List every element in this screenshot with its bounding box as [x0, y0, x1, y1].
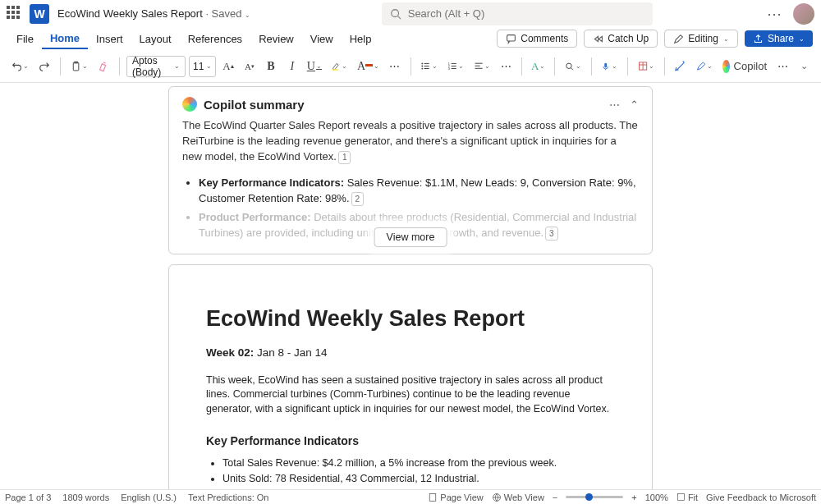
svg-rect-9: [424, 63, 429, 64]
dictate-button[interactable]: ⌄: [598, 55, 620, 78]
svg-rect-27: [430, 493, 437, 501]
styles-button[interactable]: A⌄: [529, 55, 548, 78]
font-color-button[interactable]: A⌄: [354, 55, 383, 78]
find-button[interactable]: ⌄: [562, 55, 584, 78]
search-icon: [390, 8, 401, 20]
numbering-button[interactable]: 123⌄: [444, 55, 467, 78]
kpi-list: Total Sales Revenue: $4.2 million, a 5% …: [222, 456, 615, 489]
bullets-icon: [420, 60, 430, 72]
tab-insert[interactable]: Insert: [88, 30, 131, 48]
svg-rect-29: [677, 493, 684, 500]
status-words[interactable]: 1809 words: [62, 493, 109, 502]
align-icon: [474, 60, 484, 72]
document-title[interactable]: EcoWind Weekly Sales Report · Saved ⌄: [57, 7, 250, 20]
svg-rect-16: [451, 66, 456, 66]
copilot-button[interactable]: Copilot: [719, 55, 770, 78]
share-button[interactable]: Share⌄: [745, 30, 813, 47]
zoom-in-button[interactable]: +: [631, 493, 636, 502]
doc-intro: This week, EcoWind has seen a sustained …: [206, 373, 615, 417]
search-box[interactable]: [382, 2, 653, 25]
svg-rect-19: [475, 66, 479, 66]
more-font-button[interactable]: ⋯: [386, 55, 404, 78]
svg-point-8: [422, 68, 424, 70]
fit-icon: [677, 493, 686, 502]
view-more-button[interactable]: View more: [374, 227, 447, 247]
svg-point-0: [391, 9, 398, 16]
zoom-slider[interactable]: [566, 496, 623, 498]
svg-rect-10: [424, 66, 429, 66]
search-input[interactable]: [408, 7, 644, 20]
copilot-more-button[interactable]: ⋯: [609, 99, 620, 111]
user-avatar[interactable]: [793, 3, 814, 25]
tab-view[interactable]: View: [302, 30, 342, 48]
feedback-link[interactable]: Give Feedback to Microsoft: [706, 493, 816, 502]
undo-button[interactable]: ⌄: [8, 55, 32, 78]
clipboard-icon: [71, 60, 81, 73]
doc-heading: EcoWind Weekly Sales Report: [206, 306, 615, 332]
brush-icon: [98, 60, 109, 72]
paste-button[interactable]: ⌄: [67, 55, 91, 78]
copilot-summary-text: The EcoWind Quarter Sales Report reveals…: [182, 118, 639, 165]
italic-button[interactable]: I: [283, 55, 301, 78]
fit-button[interactable]: Fit: [677, 493, 698, 502]
zoom-level[interactable]: 100%: [645, 493, 668, 502]
bullets-button[interactable]: ⌄: [417, 55, 440, 78]
citation-1[interactable]: 1: [338, 151, 351, 165]
citation-2[interactable]: 2: [351, 192, 365, 206]
redo-button[interactable]: [35, 55, 53, 78]
font-select[interactable]: Aptos (Body)⌄: [126, 56, 186, 77]
tab-references[interactable]: References: [180, 30, 250, 48]
copilot-logo-icon: [182, 97, 197, 112]
table-button[interactable]: ⌄: [635, 55, 658, 78]
comments-button[interactable]: Comments: [497, 30, 577, 48]
zoom-out-button[interactable]: −: [553, 493, 557, 502]
tab-home[interactable]: Home: [42, 29, 88, 49]
collapse-ribbon-button[interactable]: ⌄: [795, 55, 813, 78]
web-view-button[interactable]: Web View: [492, 493, 544, 502]
copilot-summary-panel: Copilot summary ⋯ ⌃ The EcoWind Quarter …: [168, 86, 653, 254]
comment-icon: [506, 34, 516, 44]
more-menu-icon[interactable]: ⋯: [767, 5, 782, 23]
svg-point-21: [566, 63, 571, 68]
kpi-heading: Key Performance Indicators: [206, 434, 615, 447]
svg-rect-2: [507, 34, 516, 40]
document-page[interactable]: EcoWind Weekly Sales Report Week 02: Jan…: [168, 264, 653, 489]
kpi-item: Units Sold: 78 Residential, 43 Commercia…: [222, 471, 615, 487]
bold-button[interactable]: B: [262, 55, 280, 78]
page-view-button[interactable]: Page View: [428, 493, 483, 502]
format-painter-button[interactable]: [94, 55, 112, 78]
svg-rect-20: [475, 68, 482, 69]
editor-button[interactable]: ⌄: [693, 55, 716, 78]
copilot-collapse-button[interactable]: ⌃: [630, 99, 639, 111]
redo-icon: [39, 61, 50, 72]
editing-button[interactable]: Editing⌄: [664, 30, 738, 48]
font-size-select[interactable]: 11⌄: [189, 56, 216, 77]
tab-review[interactable]: Review: [250, 30, 302, 48]
more-para-button[interactable]: ⋯: [497, 55, 515, 78]
highlight-button[interactable]: ⌄: [328, 55, 351, 78]
undo-icon: [11, 60, 22, 73]
mic-icon: [601, 61, 610, 72]
tab-file[interactable]: File: [8, 30, 42, 48]
svg-rect-15: [451, 63, 456, 64]
app-launcher-icon[interactable]: [7, 6, 23, 22]
shrink-font-button[interactable]: A▾: [241, 55, 259, 78]
status-page[interactable]: Page 1 of 3: [5, 493, 51, 502]
status-predictions[interactable]: Text Predictions: On: [188, 493, 268, 502]
align-button[interactable]: ⌄: [470, 55, 493, 78]
svg-rect-11: [424, 68, 429, 69]
tab-help[interactable]: Help: [342, 30, 380, 48]
svg-line-1: [397, 16, 401, 19]
tab-layout[interactable]: Layout: [131, 30, 180, 48]
status-lang[interactable]: English (U.S.): [121, 493, 177, 502]
grow-font-button[interactable]: A▴: [219, 55, 237, 78]
more-commands-button[interactable]: ⋯: [773, 55, 791, 78]
catchup-button[interactable]: Catch Up: [584, 30, 658, 48]
designer-button[interactable]: [672, 55, 690, 78]
page-view-icon: [428, 493, 438, 502]
wand-icon: [675, 60, 686, 72]
share-icon: [753, 34, 764, 44]
table-icon: [638, 60, 648, 72]
copilot-icon: [722, 60, 730, 73]
underline-button[interactable]: U⌄: [305, 55, 324, 78]
